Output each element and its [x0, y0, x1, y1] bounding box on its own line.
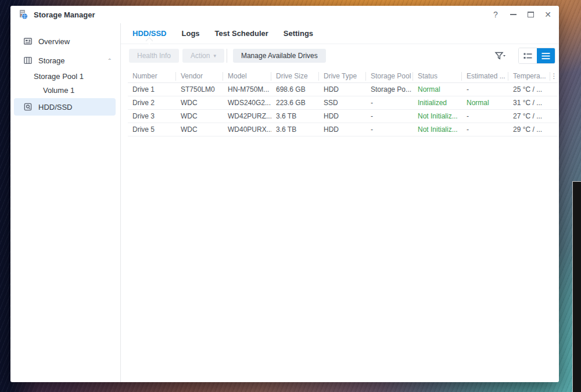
- table-cell: HDD: [319, 85, 366, 93]
- table-row[interactable]: Drive 5WDCWD40PURX...3.6 TBHDD-Not Initi…: [128, 123, 558, 136]
- table-cell: HDD: [319, 125, 366, 134]
- column-header-status[interactable]: Status: [413, 72, 462, 81]
- action-button-label: Action: [191, 52, 210, 60]
- column-header-number[interactable]: Number: [128, 72, 176, 81]
- column-header-model[interactable]: Model: [223, 72, 271, 81]
- tab-settings[interactable]: Settings: [284, 29, 313, 38]
- caret-down-icon: ▾: [213, 53, 216, 59]
- action-button[interactable]: Action ▾: [182, 49, 224, 63]
- health-info-button[interactable]: Health Info: [129, 49, 179, 63]
- tab-logs[interactable]: Logs: [182, 29, 200, 38]
- table-cell: Storage Po...: [366, 85, 413, 93]
- close-button[interactable]: ✕: [544, 10, 552, 19]
- sidebar-item-label: Overview: [38, 37, 70, 46]
- tab-test-scheduler[interactable]: Test Scheduler: [215, 29, 268, 38]
- filter-button[interactable]: [489, 48, 511, 63]
- table-cell: Normal: [413, 85, 462, 93]
- toolbar-separator: [227, 49, 227, 63]
- column-header-estimated[interactable]: Estimated ...: [462, 72, 508, 81]
- table-row[interactable]: Drive 2WDCWDS240G2...223.6 GBSSD-Initial…: [128, 96, 558, 110]
- column-header-drive-type[interactable]: Drive Type: [319, 72, 366, 81]
- table-cell: Not Initializ...: [413, 112, 462, 120]
- column-header-tempera[interactable]: Tempera...: [508, 72, 550, 81]
- table-cell: Drive 5: [128, 125, 176, 134]
- table-cell: -: [462, 85, 508, 93]
- table-cell: Drive 2: [128, 99, 176, 107]
- table-cell: WD42PURZ...: [223, 112, 271, 120]
- table-cell: 27 °C / ...: [508, 112, 550, 120]
- background-window-edge: [572, 181, 581, 392]
- table-cell: HN-M750M...: [223, 85, 271, 93]
- drive-table: NumberVendorModelDrive SizeDrive TypeSto…: [128, 70, 558, 136]
- table-cell: 223.6 GB: [271, 99, 319, 107]
- table-cell: Drive 1: [128, 85, 176, 93]
- table-cell: -: [366, 112, 413, 120]
- main-content: HDD/SSD Logs Test Scheduler Settings Hea…: [121, 23, 559, 382]
- window-body: Overview Storage ⌃ Storage Pool 1 Volume…: [10, 23, 559, 382]
- table-cell: -: [462, 125, 508, 134]
- table-header-row: NumberVendorModelDrive SizeDrive TypeSto…: [128, 70, 558, 83]
- table-cell: SSD: [319, 99, 366, 107]
- table-cell: ST750LM0: [176, 85, 223, 93]
- maximize-icon: [528, 12, 534, 17]
- toolbar-right: [489, 48, 555, 64]
- column-header-storage-pool[interactable]: Storage Pool: [366, 72, 413, 81]
- storage-manager-app-icon: [17, 9, 29, 20]
- table-cell: Normal: [462, 99, 508, 107]
- sidebar-item-hdd-ssd[interactable]: HDD/SSD: [14, 98, 116, 116]
- window-title: Storage Manager: [34, 10, 95, 19]
- storage-icon: [23, 56, 33, 65]
- table-cell: Drive 3: [128, 112, 176, 120]
- table-row[interactable]: Drive 3WDCWD42PURZ...3.6 TBHDD-Not Initi…: [128, 110, 558, 123]
- column-header-vendor[interactable]: Vendor: [176, 72, 223, 81]
- view-toggle-group: [518, 48, 555, 64]
- sidebar-item-storage-pool-1[interactable]: Storage Pool 1: [10, 69, 120, 83]
- sidebar-item-overview[interactable]: Overview: [10, 33, 120, 50]
- table-cell: Not Initializ...: [413, 125, 462, 134]
- chevron-up-icon[interactable]: ⌃: [107, 58, 112, 63]
- sidebar: Overview Storage ⌃ Storage Pool 1 Volume…: [10, 23, 121, 382]
- sidebar-item-label: HDD/SSD: [38, 103, 73, 112]
- table-cell: 698.6 GB: [271, 85, 319, 93]
- help-button[interactable]: ?: [492, 10, 500, 19]
- table-cell: 25 °C / ...: [508, 85, 550, 93]
- minimize-button[interactable]: [509, 10, 517, 19]
- column-options-icon[interactable]: ⋮: [550, 72, 558, 81]
- table-cell: WDS240G2...: [223, 99, 271, 107]
- sidebar-item-volume-1[interactable]: Volume 1: [10, 83, 120, 97]
- desktop-wallpaper: Storage Manager ? ✕: [0, 0, 581, 392]
- table-cell: 3.6 TB: [271, 125, 319, 134]
- sidebar-item-storage[interactable]: Storage ⌃: [10, 52, 120, 69]
- table-cell: 3.6 TB: [271, 112, 319, 120]
- table-cell: WDC: [176, 112, 223, 120]
- maximize-button[interactable]: [526, 10, 535, 19]
- minimize-icon: [510, 14, 517, 15]
- drive-table-body: Drive 1ST750LM0HN-M750M...698.6 GBHDDSto…: [128, 83, 558, 136]
- toolbar: Health Info Action ▾ Manage Available Dr…: [121, 44, 559, 67]
- sidebar-item-label: Storage: [38, 56, 65, 65]
- table-cell: -: [462, 112, 508, 120]
- hdd-icon: [23, 102, 33, 112]
- overview-icon: [23, 37, 33, 46]
- table-cell: Initialized: [413, 99, 462, 107]
- title-bar: Storage Manager ? ✕: [10, 6, 559, 23]
- table-cell: WD40PURX...: [223, 125, 271, 134]
- detail-view-button[interactable]: [519, 48, 537, 63]
- tab-bar: HDD/SSD Logs Test Scheduler Settings: [121, 23, 559, 44]
- tab-hdd-ssd[interactable]: HDD/SSD: [132, 29, 167, 38]
- table-cell: HDD: [319, 112, 366, 120]
- window-controls: ? ✕: [492, 10, 552, 19]
- table-cell: WDC: [176, 125, 223, 134]
- column-header-drive-size[interactable]: Drive Size: [271, 72, 319, 81]
- list-view-button[interactable]: [537, 48, 555, 63]
- table-cell: 31 °C / ...: [508, 99, 550, 107]
- table-cell: 29 °C / ...: [508, 125, 550, 134]
- table-cell: -: [366, 125, 413, 134]
- table-cell: WDC: [176, 99, 223, 107]
- table-cell: -: [366, 99, 413, 107]
- table-row[interactable]: Drive 1ST750LM0HN-M750M...698.6 GBHDDSto…: [128, 83, 558, 96]
- storage-manager-window: Storage Manager ? ✕: [10, 6, 559, 382]
- manage-available-drives-button[interactable]: Manage Available Drives: [233, 49, 326, 63]
